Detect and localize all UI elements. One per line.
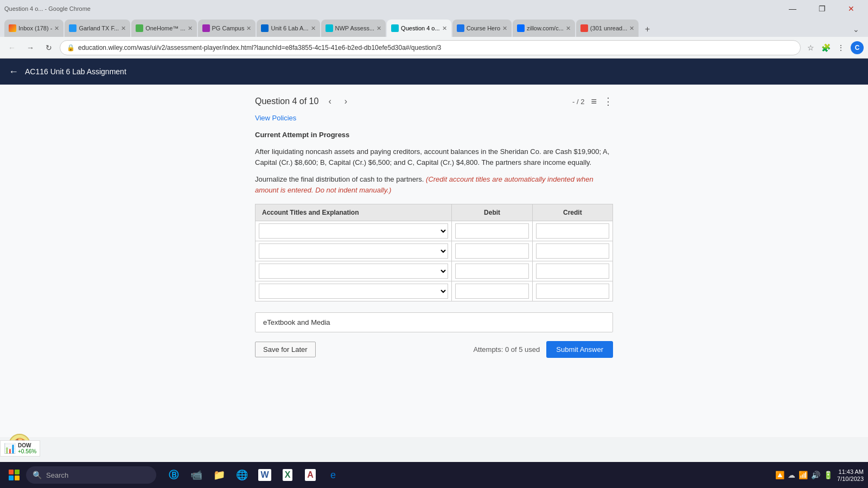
table-row (256, 281, 613, 301)
attempts-text: Attempts: 0 of 5 used (473, 345, 540, 354)
inbox-favicon (580, 24, 588, 32)
back-button[interactable]: ← (4, 40, 20, 55)
table-row (256, 221, 613, 241)
next-question-button[interactable]: › (341, 95, 350, 107)
tab-zillow[interactable]: zillow.com/c... ✕ (513, 20, 575, 37)
tab-question4[interactable]: Question 4 o... ✕ (387, 20, 451, 37)
zillow-favicon (517, 24, 525, 32)
row1-credit-input[interactable] (536, 223, 609, 239)
tab-inbox-close[interactable]: ✕ (629, 25, 634, 32)
row1-account-select[interactable] (259, 223, 448, 239)
new-tab-button[interactable]: + (640, 22, 655, 37)
maximize-button[interactable]: ❐ (809, 0, 834, 17)
col-debit-header: Debit (452, 204, 532, 221)
tab-pgcampus[interactable]: PG Campus ✕ (198, 20, 256, 37)
wiley-favicon (261, 24, 269, 32)
main-content: Question 4 of 10 ‹ › - / 2 ≡ ⋮ View Poli… (0, 85, 868, 437)
tab-inbox[interactable]: (301 unread... ✕ (576, 20, 639, 37)
instruction-plain: Journalize the final distribution of cas… (255, 175, 426, 183)
browser-chrome: Question 4 o... - Google Chrome — ❐ ✕ In… (0, 0, 868, 437)
page-indicator: - / 2 (572, 98, 584, 106)
tab-coursehero-close[interactable]: ✕ (502, 25, 507, 32)
tab-question4-close[interactable]: ✕ (442, 25, 447, 32)
row2-credit-input[interactable] (536, 243, 609, 259)
tab-zillow-close[interactable]: ✕ (566, 25, 571, 32)
question-header-right: - / 2 ≡ ⋮ (572, 95, 613, 107)
row4-account-select[interactable] (259, 284, 448, 299)
address-input[interactable]: 🔒 education.wiley.com/was/ui/v2/assessme… (60, 40, 801, 55)
table-row (256, 261, 613, 281)
tab-coursehero[interactable]: Course Hero ✕ (452, 20, 512, 37)
header-back-button[interactable]: ← (9, 66, 18, 78)
garland-favicon (69, 24, 76, 32)
tab-gmail-close[interactable]: ✕ (54, 25, 59, 32)
tab-onehome[interactable]: OneHome™ ... ✕ (131, 20, 196, 37)
tab-unit6lab-close[interactable]: ✕ (311, 25, 316, 32)
title-bar: Question 4 o... - Google Chrome — ❐ ✕ (0, 0, 868, 17)
nwp-favicon (326, 24, 333, 32)
table-row (256, 241, 613, 261)
col-credit-header: Credit (532, 204, 612, 221)
bookmark-icon[interactable]: ☆ (804, 41, 817, 54)
tab-garland-close[interactable]: ✕ (121, 25, 126, 32)
tab-pgcampus-label: PG Campus (212, 25, 245, 31)
extensions-icon[interactable]: 🧩 (819, 41, 832, 54)
row1-debit-input[interactable] (455, 223, 528, 239)
forward-button[interactable]: → (23, 40, 38, 55)
tab-onehome-close[interactable]: ✕ (188, 25, 193, 32)
question-header: Question 4 of 10 ‹ › - / 2 ≡ ⋮ (255, 95, 613, 107)
tab-bar-controls: ⌄ (848, 22, 864, 37)
browser-menu-icon[interactable]: ⋮ (834, 41, 847, 54)
tab-inbox-label: (301 unread... (590, 25, 628, 31)
app-header: ← AC116 Unit 6 Lab Assignment (0, 59, 868, 85)
tab-garland[interactable]: Garland TX F... ✕ (65, 20, 130, 37)
row4-debit-input[interactable] (455, 284, 528, 299)
row4-account-cell (256, 281, 452, 301)
tab-nwpasses[interactable]: NWP Assess... ✕ (321, 20, 386, 37)
row1-debit-cell (452, 221, 532, 241)
tab-garland-label: Garland TX F... (79, 25, 119, 31)
footer-actions: Save for Later Attempts: 0 of 5 used Sub… (255, 341, 613, 358)
row2-account-cell (256, 241, 452, 261)
tab-pgcampus-close[interactable]: ✕ (246, 25, 251, 32)
pgcampus-favicon (202, 24, 210, 32)
row4-credit-cell (532, 281, 612, 301)
view-policies-link[interactable]: View Policies (255, 114, 613, 122)
row1-credit-cell (532, 221, 612, 241)
more-options-icon[interactable]: ⋮ (603, 95, 613, 107)
tab-unit6lab[interactable]: Unit 6 Lab A... ✕ (257, 20, 320, 37)
row3-credit-input[interactable] (536, 264, 609, 279)
row3-account-select[interactable] (259, 264, 448, 279)
reload-button[interactable]: ↻ (41, 40, 56, 55)
tab-nwpasses-close[interactable]: ✕ (376, 25, 381, 32)
tab-gmail[interactable]: Inbox (178) - ✕ (4, 20, 63, 37)
row2-debit-cell (452, 241, 532, 261)
submit-answer-button[interactable]: Submit Answer (546, 341, 613, 358)
close-button[interactable]: ✕ (839, 0, 864, 17)
title-bar-controls: — ❐ ✕ (780, 0, 864, 17)
list-icon[interactable]: ≡ (591, 96, 597, 107)
tab-bar: Inbox (178) - ✕ Garland TX F... ✕ OneHom… (0, 17, 868, 37)
row2-account-select[interactable] (259, 243, 448, 259)
tab-question4-label: Question 4 o... (401, 25, 440, 31)
row3-debit-input[interactable] (455, 264, 528, 279)
row2-debit-input[interactable] (455, 243, 528, 259)
row1-account-cell (256, 221, 452, 241)
journal-table: Account Titles and Explanation Debit Cre… (255, 204, 613, 301)
row3-account-cell (256, 261, 452, 281)
tab-nwpasses-label: NWP Assess... (335, 25, 375, 31)
prev-question-button[interactable]: ‹ (325, 95, 334, 107)
etextbook-bar[interactable]: eTextbook and Media (255, 312, 613, 332)
coursehero-favicon (457, 24, 464, 32)
lock-icon: 🔒 (67, 44, 75, 52)
tab-list-button[interactable]: ⌄ (848, 22, 864, 37)
question-number: Question 4 of 10 (255, 97, 318, 106)
question-container: Question 4 of 10 ‹ › - / 2 ≡ ⋮ View Poli… (244, 95, 624, 358)
tab-unit6lab-label: Unit 6 Lab A... (271, 25, 308, 31)
minimize-button[interactable]: — (780, 0, 805, 17)
save-for-later-button[interactable]: Save for Later (255, 342, 316, 357)
profile-avatar[interactable]: C (851, 41, 864, 54)
col-account-header: Account Titles and Explanation (256, 204, 452, 221)
url-text: education.wiley.com/was/ui/v2/assessment… (78, 44, 441, 52)
row4-credit-input[interactable] (536, 284, 609, 299)
